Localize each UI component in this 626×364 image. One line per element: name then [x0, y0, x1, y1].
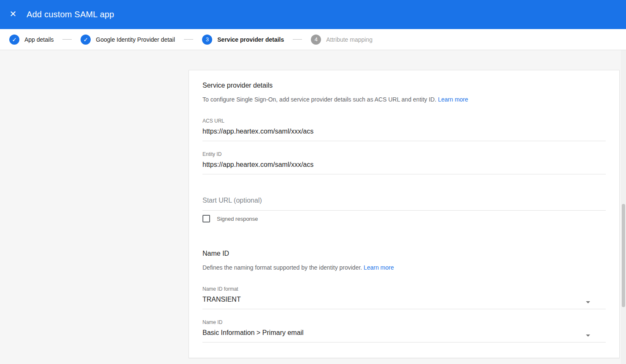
- step-3-label: Service provider details: [217, 36, 284, 43]
- acs-url-input[interactable]: https://app.heartex.com/saml/xxx/acs: [202, 128, 606, 135]
- dialog-header: ✕ Add custom SAML app: [0, 0, 626, 29]
- step-separator: [184, 39, 193, 40]
- name-id-format-value[interactable]: TRANSIENT: [202, 296, 606, 303]
- step-1-check-icon: ✓: [9, 35, 19, 45]
- learn-more-link[interactable]: Learn more: [364, 264, 394, 271]
- service-provider-panel: Service provider details To configure Si…: [189, 70, 620, 358]
- section-description: To configure Single Sign-On, add service…: [202, 96, 606, 103]
- chevron-down-icon[interactable]: [586, 301, 590, 303]
- start-url-input[interactable]: Start URL (optional): [202, 197, 606, 204]
- signed-response-row: Signed response: [202, 215, 606, 222]
- chevron-down-icon[interactable]: [586, 335, 590, 337]
- learn-more-link[interactable]: Learn more: [438, 96, 468, 103]
- entity-id-input[interactable]: https://app.heartex.com/saml/xxx/acs: [202, 161, 606, 169]
- name-id-value[interactable]: Basic Information > Primary email: [202, 329, 606, 337]
- dialog-title: Add custom SAML app: [27, 10, 114, 19]
- name-id-description: Defines the naming format supported by t…: [202, 264, 606, 271]
- step-google-idp-details[interactable]: ✓ Google Identity Provider details: [81, 35, 175, 45]
- section-title-service-provider: Service provider details: [202, 82, 606, 89]
- close-icon[interactable]: ✕: [8, 10, 18, 20]
- step-4-number: 4: [311, 35, 321, 45]
- step-4-label: Attribute mapping: [326, 36, 372, 43]
- scrollbar-track[interactable]: [621, 29, 626, 364]
- acs-url-field[interactable]: ACS URL https://app.heartex.com/saml/xxx…: [202, 118, 606, 141]
- step-service-provider-details[interactable]: 3 Service provider details: [202, 35, 284, 45]
- step-app-details[interactable]: ✓ App details: [9, 35, 54, 45]
- step-1-label: App details: [24, 36, 54, 43]
- description-text: Defines the naming format supported by t…: [202, 264, 362, 271]
- name-id-format-label: Name ID format: [202, 286, 606, 292]
- signed-response-checkbox[interactable]: [202, 215, 210, 222]
- step-separator: [293, 39, 302, 40]
- entity-id-label: Entity ID: [202, 151, 606, 157]
- name-id-format-select[interactable]: Name ID format TRANSIENT: [202, 286, 606, 309]
- scrollbar-thumb[interactable]: [622, 204, 625, 307]
- signed-response-label: Signed response: [217, 216, 258, 222]
- entity-id-field[interactable]: Entity ID https://app.heartex.com/saml/x…: [202, 151, 606, 174]
- name-id-select[interactable]: Name ID Basic Information > Primary emai…: [202, 319, 606, 343]
- section-title-name-id: Name ID: [202, 250, 606, 257]
- name-id-label: Name ID: [202, 319, 606, 325]
- stepper: ✓ App details ✓ Google Identity Provider…: [0, 29, 626, 50]
- start-url-field[interactable]: Start URL (optional): [202, 197, 606, 211]
- step-separator: [62, 39, 72, 40]
- step-2-check-icon: ✓: [81, 35, 91, 45]
- step-attribute-mapping[interactable]: 4 Attribute mapping: [311, 35, 372, 45]
- step-2-label: Google Identity Provider details: [96, 36, 175, 43]
- step-3-number: 3: [202, 35, 212, 45]
- acs-url-label: ACS URL: [202, 118, 606, 124]
- description-text: To configure Single Sign-On, add service…: [202, 96, 436, 103]
